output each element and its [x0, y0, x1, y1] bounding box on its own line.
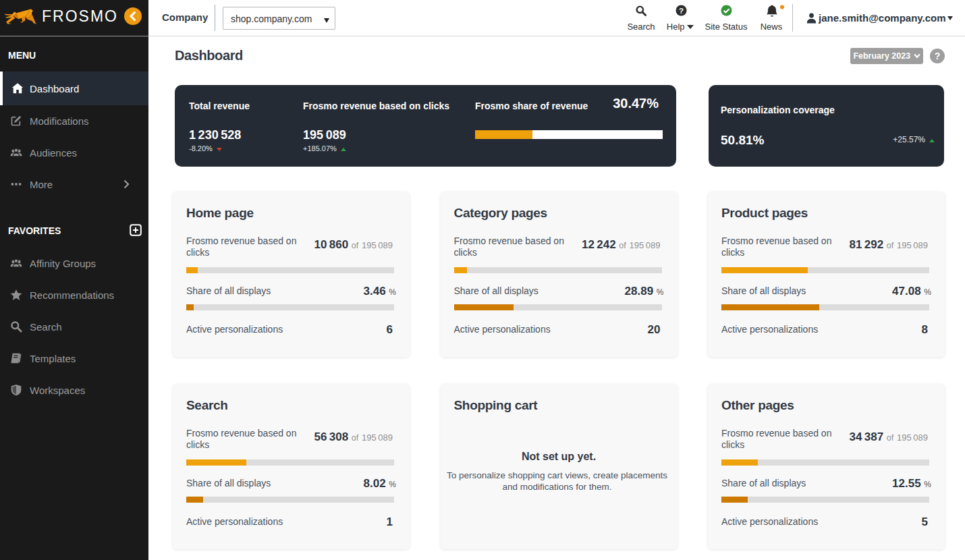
svg-text:?: ? [679, 7, 684, 15]
